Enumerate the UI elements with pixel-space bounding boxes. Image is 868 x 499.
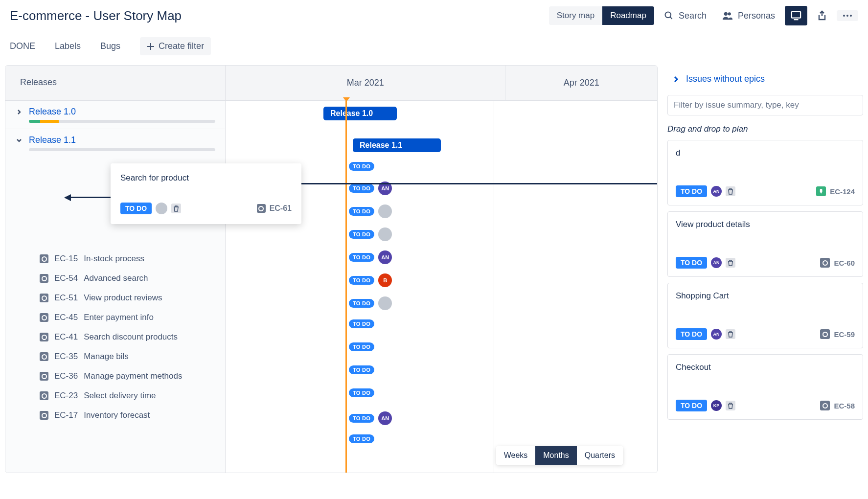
timeline-item[interactable]: TO DOAN bbox=[349, 250, 392, 264]
filter-labels[interactable]: Labels bbox=[55, 41, 81, 51]
timeline-body[interactable]: Release 1.0 Release 1.1 TO DO TO DOAN TO… bbox=[226, 101, 657, 473]
hint-text: Drag and drop to plan bbox=[667, 124, 863, 134]
issue-ec-41[interactable]: EC-41Search discount products bbox=[5, 327, 225, 347]
view-tabs: Story map Roadmap bbox=[549, 6, 654, 25]
svg-point-2 bbox=[724, 12, 728, 16]
timeline-item[interactable]: TO DOAN bbox=[349, 411, 392, 425]
timeline-item[interactable]: TO DO bbox=[349, 434, 374, 443]
timeline-item[interactable]: TO DO bbox=[349, 342, 374, 351]
create-filter-button[interactable]: Create filter bbox=[140, 37, 211, 55]
tab-story-map[interactable]: Story map bbox=[549, 6, 602, 25]
filter-done[interactable]: DONE bbox=[10, 41, 35, 51]
timeline-item[interactable]: TO DO bbox=[349, 319, 374, 328]
time-quarters[interactable]: Quarters bbox=[577, 446, 623, 465]
month-divider bbox=[494, 101, 494, 473]
present-button[interactable] bbox=[785, 6, 807, 25]
issue-ec-36[interactable]: EC-36Manage payment methods bbox=[5, 366, 225, 386]
timeline-item[interactable]: TO DO bbox=[349, 227, 392, 241]
svg-line-1 bbox=[670, 17, 672, 19]
month-apr: Apr 2021 bbox=[505, 66, 657, 100]
issue-icon bbox=[40, 254, 48, 263]
issue-icon bbox=[40, 352, 48, 361]
avatar bbox=[378, 296, 392, 310]
issue-ec-15[interactable]: EC-15In-stock process bbox=[5, 249, 225, 269]
share-icon bbox=[817, 10, 827, 21]
avatar: AN bbox=[378, 411, 392, 425]
epic-card-shopping-cart[interactable]: Shopping Cart TO DO AN EC-59 bbox=[667, 283, 863, 348]
timeline-item[interactable]: TO DO bbox=[349, 365, 374, 374]
card-title: Search for product bbox=[120, 173, 292, 183]
side-panel: Issues without epics Drag and drop to pl… bbox=[667, 65, 863, 473]
avatar: AN bbox=[711, 186, 722, 197]
timeline-item[interactable]: TO DOB bbox=[349, 273, 392, 287]
arrow bbox=[290, 183, 658, 184]
timeline-item[interactable]: TO DO bbox=[349, 388, 374, 397]
status-pill: TO DO bbox=[120, 203, 152, 214]
trash-icon[interactable] bbox=[171, 204, 181, 213]
avatar: AN bbox=[711, 329, 722, 340]
people-icon bbox=[722, 11, 733, 21]
time-weeks[interactable]: Weeks bbox=[496, 446, 536, 465]
chevron-right-icon[interactable] bbox=[15, 108, 23, 116]
chevron-down-icon[interactable] bbox=[15, 136, 23, 144]
dragged-card[interactable]: Search for product TO DO EC-61 bbox=[111, 163, 301, 224]
filter-input[interactable] bbox=[667, 95, 863, 115]
monitor-icon bbox=[791, 11, 801, 21]
search-icon bbox=[664, 11, 674, 21]
filter-bugs[interactable]: Bugs bbox=[100, 41, 120, 51]
trash-icon[interactable] bbox=[726, 186, 735, 196]
issue-ec-35[interactable]: EC-35Manage bils bbox=[5, 347, 225, 366]
svg-point-6 bbox=[843, 15, 845, 17]
issue-ec-54[interactable]: EC-54Advanced search bbox=[5, 269, 225, 288]
tab-roadmap[interactable]: Roadmap bbox=[602, 6, 654, 25]
plus-icon bbox=[147, 43, 155, 50]
progress-bar bbox=[29, 148, 215, 151]
personas-button[interactable]: Personas bbox=[716, 7, 781, 25]
svg-point-0 bbox=[665, 12, 671, 18]
epic-card-d[interactable]: d TO DO AN EC-124 bbox=[667, 140, 863, 205]
month-mar: Mar 2021 bbox=[226, 66, 505, 100]
trash-icon[interactable] bbox=[726, 258, 735, 268]
time-range-switcher: Weeks Months Quarters bbox=[496, 446, 623, 465]
avatar: AN bbox=[378, 250, 392, 264]
issue-ec-23[interactable]: EC-23Select delivery time bbox=[5, 386, 225, 406]
trash-icon[interactable] bbox=[726, 401, 735, 410]
trash-icon[interactable] bbox=[726, 329, 735, 339]
chevron-right-icon bbox=[672, 76, 680, 83]
timeline-item[interactable]: TO DO bbox=[349, 204, 392, 218]
issue-ec-17[interactable]: EC-17Inventory forecast bbox=[5, 406, 225, 425]
avatar: AN bbox=[711, 257, 722, 268]
epic-card-view-product[interactable]: View product details TO DO AN EC-60 bbox=[667, 211, 863, 277]
issue-ec-45[interactable]: EC-45Enter payment info bbox=[5, 308, 225, 327]
releases-list: Release 1.0 Release 1.1 bbox=[5, 101, 226, 473]
epic-card-checkout[interactable]: Checkout TO DO KP EC-58 bbox=[667, 354, 863, 420]
timeline-item[interactable]: TO DO bbox=[349, 296, 392, 310]
time-months[interactable]: Months bbox=[535, 446, 576, 465]
avatar: B bbox=[378, 273, 392, 287]
avatar bbox=[378, 204, 392, 218]
issue-ec-51[interactable]: EC-51View product reviews bbox=[5, 288, 225, 308]
status-pill: TO DO bbox=[676, 328, 707, 340]
arrow-head-icon bbox=[64, 194, 71, 201]
issues-without-epics-header[interactable]: Issues without epics bbox=[667, 70, 863, 88]
issue-icon bbox=[40, 411, 48, 420]
issue-icon bbox=[40, 391, 48, 400]
more-button[interactable] bbox=[837, 10, 858, 21]
timeline-item[interactable]: TO DO bbox=[349, 162, 374, 171]
svg-point-8 bbox=[850, 15, 852, 17]
avatar: KP bbox=[711, 400, 722, 411]
issue-type-icon bbox=[820, 401, 830, 410]
release-1-0[interactable]: Release 1.0 bbox=[5, 101, 225, 129]
progress-bar bbox=[29, 120, 215, 123]
gantt-release-1-1[interactable]: Release 1.1 bbox=[353, 138, 441, 152]
share-button[interactable] bbox=[811, 6, 833, 25]
gantt-release-1-0[interactable]: Release 1.0 bbox=[323, 107, 397, 120]
status-pill: TO DO bbox=[676, 400, 707, 411]
releases-column-header: Releases bbox=[5, 66, 226, 100]
page-title: E-commerce - User Story Map bbox=[10, 8, 539, 23]
search-button[interactable]: Search bbox=[658, 7, 712, 25]
issue-icon bbox=[40, 274, 48, 283]
dots-icon bbox=[843, 14, 852, 17]
issue-icon bbox=[40, 313, 48, 322]
avatar bbox=[378, 227, 392, 241]
